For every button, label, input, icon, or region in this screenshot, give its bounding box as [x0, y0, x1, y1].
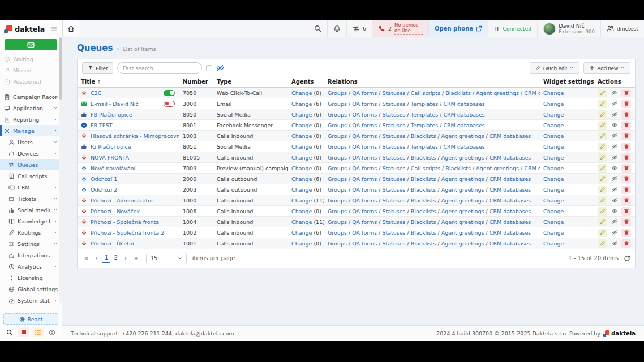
widget-change-link[interactable]: Change: [543, 219, 564, 225]
queue-title-link[interactable]: Příchozí - Nováček: [91, 208, 140, 214]
widget-change-link[interactable]: Change: [543, 197, 564, 204]
relation-link-agent-greetings[interactable]: Agent greetings: [441, 197, 484, 204]
widget-change-link[interactable]: Change: [543, 90, 564, 96]
edit-action-button[interactable]: [598, 229, 607, 237]
relation-link-templates[interactable]: Templates: [411, 144, 438, 150]
relation-link-crm-databases[interactable]: CRM databases: [443, 122, 484, 128]
relation-link-agent-greetings[interactable]: Agent greetings: [441, 176, 484, 182]
relation-link-statuses[interactable]: Statuses: [382, 133, 405, 139]
sidebar-item-routings[interactable]: Routings: [0, 227, 62, 238]
relation-link-crm-databases[interactable]: CRM databases: [443, 111, 484, 118]
items-per-page-select[interactable]: 15: [146, 253, 187, 264]
delete-action-button[interactable]: [621, 164, 631, 173]
prev-page-button[interactable]: ‹: [92, 254, 101, 263]
queue-title-link[interactable]: Příchozí - Administrátor: [91, 197, 153, 204]
sidebar-item-postponed[interactable]: Postponed: [0, 76, 62, 87]
queue-title-link[interactable]: Hlasová schránka - Mimopracovní: [91, 133, 179, 139]
relation-link-templates[interactable]: Templates: [411, 101, 438, 107]
relation-link-qa-forms[interactable]: QA forms: [352, 176, 377, 182]
relation-link-statuses[interactable]: Statuses: [382, 90, 405, 96]
delete-action-button[interactable]: [621, 143, 631, 151]
sidebar-item-system-state[interactable]: System state: [0, 295, 62, 306]
relation-link-statuses[interactable]: Statuses: [382, 165, 405, 171]
relation-link-qa-forms[interactable]: QA forms: [352, 219, 377, 225]
widget-change-link[interactable]: Change: [543, 165, 564, 171]
relation-link-blacklists[interactable]: Blacklists: [411, 176, 436, 182]
relation-link-groups[interactable]: Groups: [328, 133, 347, 139]
relation-link-qa-forms[interactable]: QA forms: [352, 208, 377, 214]
agents-change-link[interactable]: Change: [291, 219, 312, 225]
delete-action-button[interactable]: [621, 239, 631, 248]
relation-link-blacklists[interactable]: Blacklists: [411, 219, 436, 225]
last-page-button[interactable]: »: [132, 254, 140, 263]
relation-link-statuses[interactable]: Statuses: [382, 240, 405, 247]
relation-link-qa-forms[interactable]: QA forms: [352, 197, 377, 204]
edit-action-button[interactable]: [598, 100, 607, 108]
relation-link-crm-databases[interactable]: CRM databases: [490, 219, 531, 225]
edit-action-button[interactable]: [598, 207, 607, 216]
relation-link-qa-forms[interactable]: QA forms: [352, 122, 377, 128]
hide-action-button[interactable]: [609, 229, 619, 237]
relation-link-agent-greetings[interactable]: Agent greetings: [476, 90, 519, 96]
relation-link-qa-forms[interactable]: QA forms: [352, 165, 377, 171]
relation-link-crm-databases[interactable]: CRM databases: [524, 165, 540, 171]
edit-action-button[interactable]: [598, 186, 607, 194]
relation-link-qa-forms[interactable]: QA forms: [352, 90, 377, 96]
sidebar-item-social-media[interactable]: Social media: [0, 204, 62, 216]
edit-action-button[interactable]: [598, 153, 607, 162]
relation-link-blacklists[interactable]: Blacklists: [411, 154, 436, 161]
relation-link-agent-greetings[interactable]: Agent greetings: [441, 208, 484, 214]
edit-action-button[interactable]: [598, 196, 607, 205]
queue-toggle-off[interactable]: [164, 101, 175, 107]
relation-link-templates[interactable]: Templates: [411, 111, 438, 118]
relation-link-groups[interactable]: Groups: [328, 154, 347, 161]
queue-title-link[interactable]: Příchozí - Společná fronta: [91, 219, 159, 225]
delete-action-button[interactable]: [621, 207, 631, 216]
eye-off-icon[interactable]: [216, 64, 224, 72]
hide-action-button[interactable]: [609, 143, 619, 151]
changelog-button[interactable]: [32, 327, 44, 337]
delete-action-button[interactable]: [621, 153, 631, 162]
relation-link-crm-databases[interactable]: CRM databases: [490, 187, 531, 193]
relation-link-blacklists[interactable]: Blacklists: [411, 230, 436, 236]
delete-action-button[interactable]: [621, 229, 631, 237]
relation-link-agent-greetings[interactable]: Agent greetings: [441, 133, 484, 139]
delete-action-button[interactable]: [621, 100, 631, 108]
widget-change-link[interactable]: Change: [543, 208, 564, 214]
relation-link-qa-forms[interactable]: QA forms: [352, 133, 377, 139]
account-menu[interactable]: dnictest: [600, 20, 644, 37]
sidebar-search-button[interactable]: [4, 327, 15, 337]
relation-link-crm-databases[interactable]: CRM databases: [490, 176, 531, 182]
agents-change-link[interactable]: Change: [291, 154, 312, 161]
relation-link-qa-forms[interactable]: QA forms: [352, 144, 377, 150]
sidebar-item-campaign-records[interactable]: Campaign Records: [0, 91, 62, 102]
delete-action-button[interactable]: [621, 132, 631, 140]
agents-change-link[interactable]: Change: [291, 230, 312, 236]
delete-action-button[interactable]: [621, 218, 631, 226]
relation-link-groups[interactable]: Groups: [328, 90, 347, 96]
relation-link-blacklists[interactable]: Blacklists: [445, 165, 471, 171]
agents-change-link[interactable]: Change: [291, 208, 312, 214]
relation-link-crm-databases[interactable]: CRM databases: [490, 240, 531, 247]
relation-link-statuses[interactable]: Statuses: [382, 176, 405, 182]
widget-change-link[interactable]: Change: [543, 122, 564, 128]
column-header-type[interactable]: Type: [213, 76, 288, 88]
daktela-logo[interactable]: daktela: [4, 25, 45, 33]
relation-link-qa-forms[interactable]: QA forms: [352, 187, 377, 193]
relation-link-agent-greetings[interactable]: Agent greetings: [441, 219, 484, 225]
hide-action-button[interactable]: [609, 164, 619, 173]
activities-button[interactable]: 6: [346, 20, 372, 37]
column-header-agents[interactable]: Agents: [288, 76, 324, 88]
refresh-icon[interactable]: [624, 255, 630, 262]
agents-change-link[interactable]: Change: [291, 122, 312, 128]
agents-change-link[interactable]: Change: [291, 187, 312, 193]
relation-link-groups[interactable]: Groups: [328, 197, 347, 204]
queue-title-link[interactable]: FB TEST: [91, 122, 113, 128]
relation-link-groups[interactable]: Groups: [328, 219, 347, 225]
relation-link-call-scripts[interactable]: Call scripts: [411, 90, 440, 96]
connection-status[interactable]: Connected: [488, 20, 537, 37]
queue-title-link[interactable]: Nové navolávání: [91, 165, 135, 171]
relation-link-groups[interactable]: Groups: [328, 144, 347, 150]
new-email-button[interactable]: [5, 39, 57, 50]
tab-home[interactable]: [62, 20, 79, 37]
